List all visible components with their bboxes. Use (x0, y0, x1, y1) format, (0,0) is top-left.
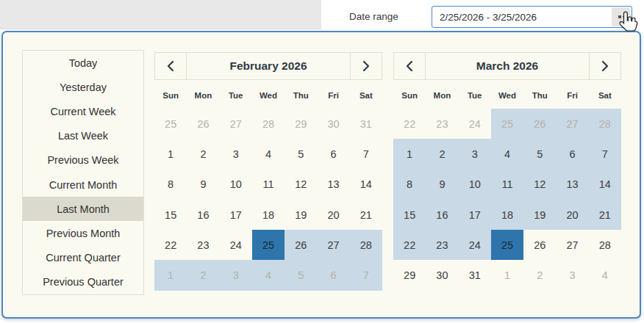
prev-month-button[interactable] (155, 53, 187, 79)
day-cell[interactable]: 3 (459, 139, 491, 169)
day-cell[interactable]: 19 (523, 200, 556, 230)
preset-item-previous-month[interactable]: Previous Month (23, 221, 143, 245)
next-month-button[interactable] (350, 53, 382, 79)
day-cell[interactable]: 17 (459, 200, 491, 230)
date-range-input[interactable] (432, 6, 632, 28)
day-cell[interactable]: 17 (220, 200, 252, 230)
day-cell[interactable]: 26 (187, 109, 219, 139)
day-cell[interactable]: 31 (459, 260, 491, 290)
preset-item-previous-week[interactable]: Previous Week (23, 148, 143, 173)
day-cell[interactable]: 21 (350, 200, 382, 230)
day-cell[interactable]: 19 (285, 200, 317, 230)
preset-item-today[interactable]: Today (23, 51, 143, 75)
day-cell[interactable]: 10 (220, 170, 252, 200)
day-cell[interactable]: 26 (523, 109, 556, 139)
day-cell[interactable]: 30 (317, 109, 349, 139)
day-cell[interactable]: 3 (220, 139, 252, 169)
day-cell[interactable]: 23 (187, 230, 219, 260)
preset-item-last-month[interactable]: Last Month (23, 197, 143, 221)
day-cell[interactable]: 29 (393, 260, 426, 290)
day-cell[interactable]: 15 (154, 200, 187, 230)
day-cell[interactable]: 25 (154, 109, 187, 139)
day-cell[interactable]: 26 (523, 230, 556, 260)
preset-item-current-month[interactable]: Current Month (23, 173, 143, 197)
day-cell[interactable]: 9 (187, 170, 219, 200)
day-cell[interactable]: 2 (523, 260, 556, 290)
day-cell[interactable]: 1 (154, 260, 187, 290)
day-cell[interactable]: 18 (252, 200, 285, 230)
day-cell[interactable]: 13 (556, 170, 588, 200)
day-cell[interactable]: 27 (556, 230, 588, 260)
day-cell[interactable]: 7 (350, 260, 382, 290)
preset-item-yesterday[interactable]: Yesterday (23, 75, 143, 99)
day-cell[interactable]: 4 (252, 260, 285, 290)
prev-month-button[interactable] (394, 53, 426, 79)
day-cell[interactable]: 25 (491, 109, 523, 139)
day-cell[interactable]: 14 (350, 170, 382, 200)
day-cell[interactable]: 2 (426, 139, 458, 169)
day-cell[interactable]: 4 (589, 260, 621, 290)
day-cell[interactable]: 8 (393, 170, 426, 200)
day-cell[interactable]: 25 (252, 230, 285, 260)
day-cell[interactable]: 27 (556, 109, 588, 139)
day-cell[interactable]: 10 (459, 170, 491, 200)
day-cell[interactable]: 1 (393, 139, 426, 169)
day-cell[interactable]: 25 (491, 230, 523, 260)
preset-item-previous-quarter[interactable]: Previous Quarter (23, 270, 143, 294)
day-cell[interactable]: 27 (317, 230, 349, 260)
day-cell[interactable]: 11 (252, 170, 285, 200)
day-cell[interactable]: 28 (252, 109, 285, 139)
day-cell[interactable]: 5 (285, 139, 317, 169)
day-cell[interactable]: 7 (589, 139, 621, 169)
day-cell[interactable]: 6 (317, 139, 349, 169)
day-cell[interactable]: 2 (187, 260, 219, 290)
day-cell[interactable]: 28 (589, 230, 621, 260)
day-cell[interactable]: 12 (285, 170, 317, 200)
day-cell[interactable]: 5 (285, 260, 317, 290)
day-cell[interactable]: 29 (285, 109, 317, 139)
day-cell[interactable]: 22 (393, 230, 426, 260)
datepicker-toggle-button[interactable] (612, 7, 630, 26)
day-cell[interactable]: 3 (220, 260, 252, 290)
day-cell[interactable]: 23 (426, 109, 458, 139)
day-cell[interactable]: 7 (350, 139, 382, 169)
day-cell[interactable]: 21 (589, 200, 621, 230)
day-cell[interactable]: 4 (491, 139, 523, 169)
day-cell[interactable]: 9 (426, 170, 458, 200)
day-cell[interactable]: 20 (556, 200, 588, 230)
day-cell[interactable]: 4 (252, 139, 285, 169)
day-cell[interactable]: 2 (187, 139, 219, 169)
day-cell[interactable]: 26 (285, 230, 317, 260)
day-cell[interactable]: 16 (426, 200, 458, 230)
day-cell[interactable]: 5 (523, 139, 556, 169)
day-cell[interactable]: 3 (556, 260, 588, 290)
day-cell[interactable]: 16 (187, 200, 219, 230)
day-cell[interactable]: 23 (426, 230, 458, 260)
day-cell[interactable]: 24 (459, 230, 491, 260)
day-cell[interactable]: 24 (459, 109, 491, 139)
day-cell[interactable]: 18 (491, 200, 523, 230)
day-cell[interactable]: 6 (556, 139, 588, 169)
day-cell[interactable]: 30 (426, 260, 458, 290)
day-cell[interactable]: 22 (154, 230, 187, 260)
day-cell[interactable]: 15 (393, 200, 426, 230)
preset-item-current-quarter[interactable]: Current Quarter (23, 246, 143, 270)
day-cell[interactable]: 14 (589, 170, 621, 200)
day-cell[interactable]: 8 (154, 170, 187, 200)
day-cell[interactable]: 11 (491, 170, 523, 200)
day-cell[interactable]: 31 (350, 109, 382, 139)
preset-item-current-week[interactable]: Current Week (23, 99, 143, 123)
next-month-button[interactable] (589, 53, 620, 79)
day-cell[interactable]: 28 (350, 230, 382, 260)
day-cell[interactable]: 20 (317, 200, 349, 230)
day-cell[interactable]: 27 (220, 109, 252, 139)
day-cell[interactable]: 1 (154, 139, 187, 169)
preset-item-last-week[interactable]: Last Week (23, 124, 143, 148)
day-cell[interactable]: 13 (317, 170, 349, 200)
day-cell[interactable]: 22 (393, 109, 426, 139)
day-cell[interactable]: 24 (220, 230, 252, 260)
day-cell[interactable]: 1 (491, 260, 523, 290)
day-cell[interactable]: 28 (589, 109, 621, 139)
day-cell[interactable]: 6 (317, 260, 349, 290)
day-cell[interactable]: 12 (523, 170, 556, 200)
